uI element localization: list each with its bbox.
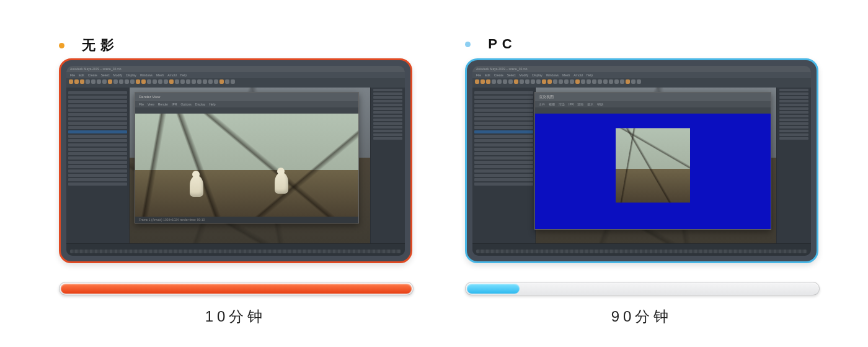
heading-pc-text: PC — [488, 36, 517, 52]
app-title-wuying: Autodesk Maya 2019 – scene_02.mb — [66, 66, 405, 72]
menu-item[interactable]: IPR — [569, 102, 574, 106]
menu-item[interactable]: Help — [209, 102, 215, 106]
menu-item[interactable]: View — [148, 102, 154, 106]
menu-item[interactable]: Options — [181, 102, 192, 106]
menu-item[interactable]: Modify — [520, 73, 529, 77]
render-title: Render View — [135, 92, 358, 101]
menu-item[interactable]: File — [70, 73, 75, 77]
render-window-wuying[interactable]: Render View File View Render IPR Options… — [135, 92, 359, 223]
menu-item[interactable]: 渲染 — [559, 102, 565, 106]
menu-item[interactable]: 帮助 — [597, 102, 603, 106]
render-completed-region — [616, 128, 690, 202]
render-menu[interactable]: File View Render IPR Options Display Hel… — [135, 101, 358, 107]
progress-bar-wuying — [59, 282, 414, 295]
menu-item[interactable]: Display — [532, 73, 542, 77]
render-window-pc[interactable]: 渲染视图 文件 视图 渲染 IPR 选项 显示 帮助 — [534, 92, 771, 230]
panel-pc: PC Autodesk Maya 2019 – scene_02.mb File… — [465, 37, 818, 327]
render-canvas-inprogress — [535, 114, 771, 229]
timeline-pc[interactable] — [472, 243, 811, 256]
menu-item[interactable]: File — [139, 102, 144, 106]
panel-wuying: 无影 Autodesk Maya 2019 – scene_02.mb File… — [59, 37, 412, 327]
caption-pc: 90分钟 — [465, 307, 818, 327]
menu-item[interactable]: Arnold — [167, 73, 176, 77]
menu-item[interactable]: Create — [88, 73, 97, 77]
progress-fill-wuying — [61, 284, 412, 294]
menu-item[interactable]: Display — [126, 73, 136, 77]
menu-item[interactable]: Mesh — [562, 73, 570, 77]
menu-item[interactable]: Arnold — [574, 73, 582, 77]
render-output — [135, 114, 358, 217]
app-menubar-pc[interactable]: File Edit Create Select Modify Display W… — [472, 72, 811, 78]
menu-item[interactable]: Select — [507, 73, 516, 77]
render-toolbar[interactable] — [135, 107, 358, 114]
shelf-wuying[interactable] — [66, 78, 405, 88]
attribute-editor-wuying[interactable] — [370, 88, 405, 243]
menu-item[interactable]: Edit — [485, 73, 490, 77]
menu-item[interactable]: Windows — [546, 73, 559, 77]
app-menubar-wuying[interactable]: File Edit Create Select Modify Display W… — [66, 72, 405, 78]
render-title: 渲染视图 — [535, 92, 771, 101]
comparison-stage: 无影 Autodesk Maya 2019 – scene_02.mb File… — [0, 0, 868, 347]
attribute-editor-pc[interactable] — [776, 88, 811, 243]
progress-bar-pc — [465, 282, 820, 295]
menu-item[interactable]: 选项 — [577, 102, 583, 106]
heading-wuying-text: 无影 — [82, 37, 119, 53]
heading-pc: PC — [465, 36, 517, 52]
menu-item[interactable]: 显示 — [587, 102, 593, 106]
caption-wuying: 10分钟 — [59, 307, 412, 327]
dot-pc — [465, 42, 471, 47]
render-toolbar[interactable] — [535, 107, 771, 114]
menu-item[interactable]: Render — [158, 102, 168, 106]
outliner-wuying[interactable] — [66, 88, 130, 243]
progress-fill-pc — [467, 284, 520, 294]
shelf-pc[interactable] — [472, 78, 811, 88]
menu-item[interactable]: Create — [494, 73, 503, 77]
menu-item[interactable]: Edit — [79, 73, 84, 77]
app-title-pc: Autodesk Maya 2019 – scene_02.mb — [472, 66, 811, 72]
render-menu[interactable]: 文件 视图 渲染 IPR 选项 显示 帮助 — [535, 101, 771, 107]
dot-wuying — [59, 43, 64, 48]
monitor-pc: Autodesk Maya 2019 – scene_02.mb File Ed… — [465, 58, 818, 263]
menu-item[interactable]: 视图 — [549, 102, 555, 106]
heading-wuying: 无影 — [59, 36, 119, 55]
menu-item[interactable]: IPR — [172, 102, 177, 106]
menu-item[interactable]: Help — [587, 73, 593, 77]
menu-item[interactable]: 文件 — [539, 102, 545, 106]
screen-wuying: Autodesk Maya 2019 – scene_02.mb File Ed… — [66, 66, 405, 256]
timeline-wuying[interactable] — [66, 243, 405, 256]
menu-item[interactable]: Select — [101, 73, 110, 77]
outliner-pc[interactable] — [472, 88, 536, 243]
menu-item[interactable]: Modify — [113, 73, 123, 77]
menu-item[interactable]: File — [476, 73, 481, 77]
menu-item[interactable]: Display — [195, 102, 205, 106]
menu-item[interactable]: Help — [180, 73, 187, 77]
render-status: Frame 1 (Arnold) 1024×1024 render time: … — [135, 217, 358, 223]
menu-item[interactable]: Windows — [140, 73, 153, 77]
screen-pc: Autodesk Maya 2019 – scene_02.mb File Ed… — [472, 66, 811, 256]
bird-icon — [190, 176, 203, 197]
menu-item[interactable]: Mesh — [156, 73, 164, 77]
bird-icon — [275, 173, 288, 194]
monitor-wuying: Autodesk Maya 2019 – scene_02.mb File Ed… — [59, 58, 412, 263]
